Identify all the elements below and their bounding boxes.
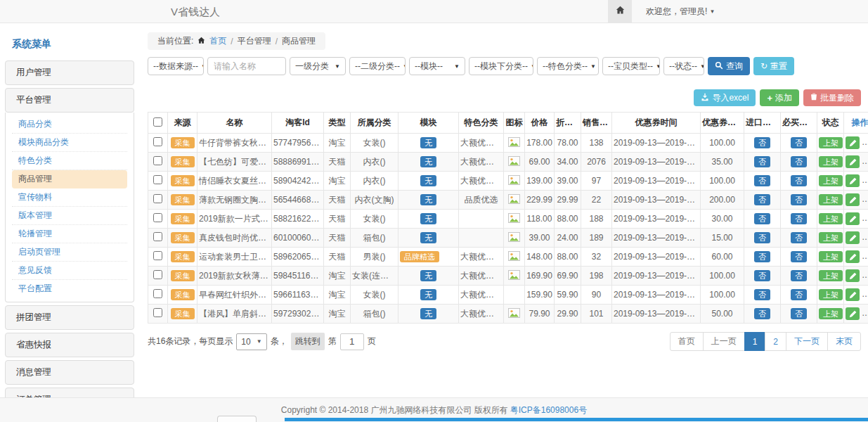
must-buy-toggle[interactable]: 否	[791, 289, 807, 300]
must-buy-toggle[interactable]: 否	[791, 308, 807, 319]
sidebar-group-省惠快报[interactable]: 省惠快报	[5, 333, 134, 357]
reset-button[interactable]: ↻ 重置	[753, 57, 794, 75]
sidebar-item-商品管理[interactable]: 商品管理	[12, 170, 127, 188]
page-button-下一页[interactable]: 下一页	[786, 332, 828, 351]
row-checkbox[interactable]	[153, 213, 162, 222]
must-buy-toggle[interactable]: 否	[791, 232, 807, 243]
row-checkbox[interactable]	[153, 175, 162, 184]
status-toggle[interactable]: 上架	[819, 156, 843, 167]
select-all-checkbox[interactable]	[153, 117, 162, 127]
must-buy-toggle[interactable]: 否	[791, 213, 807, 224]
import-pick-toggle[interactable]: 否	[754, 213, 770, 224]
import-pick-toggle[interactable]: 否	[754, 308, 770, 319]
module-badge[interactable]: 无	[420, 308, 436, 319]
product-image-icon[interactable]	[508, 196, 520, 206]
import-pick-toggle[interactable]: 否	[754, 194, 770, 205]
sidebar-item-宣传物料[interactable]: 宣传物料	[12, 188, 127, 207]
edit-button[interactable]	[846, 155, 860, 168]
product-image-icon[interactable]	[508, 177, 520, 187]
edit-button[interactable]	[846, 231, 860, 244]
edit-button[interactable]	[846, 174, 860, 187]
must-buy-toggle[interactable]: 否	[791, 194, 807, 205]
status-toggle[interactable]: 上架	[819, 137, 843, 148]
status-toggle[interactable]: 上架	[819, 194, 843, 205]
add-button[interactable]: + 添加	[760, 89, 799, 106]
row-checkbox[interactable]	[153, 289, 162, 298]
home-button[interactable]	[608, 0, 632, 23]
module-badge[interactable]: 无	[420, 213, 436, 224]
search-button[interactable]: 查询	[708, 57, 750, 75]
page-button-末页[interactable]: 末页	[827, 332, 861, 351]
status-toggle[interactable]: 上架	[819, 232, 843, 243]
row-checkbox[interactable]	[153, 270, 162, 279]
edit-button[interactable]	[846, 193, 860, 206]
user-menu[interactable]: 欢迎您，管理员! ▾	[646, 6, 714, 18]
module-badge[interactable]: 无	[420, 289, 436, 300]
status-toggle[interactable]: 上架	[819, 251, 843, 262]
filter-select[interactable]: --状态--▼	[663, 57, 704, 75]
icp-link[interactable]: 粤ICP备16098006号	[510, 404, 587, 416]
product-image-icon[interactable]	[508, 158, 520, 168]
sidebar-group-消息管理[interactable]: 消息管理	[5, 360, 134, 385]
import-pick-toggle[interactable]: 否	[754, 137, 770, 148]
must-buy-toggle[interactable]: 否	[791, 156, 807, 167]
row-checkbox[interactable]	[153, 232, 162, 241]
module-badge[interactable]: 品牌精选	[400, 251, 439, 262]
sidebar-item-模块商品分类[interactable]: 模块商品分类	[12, 134, 127, 152]
filter-select[interactable]: --模块--▼	[409, 57, 465, 75]
import-pick-toggle[interactable]: 否	[754, 156, 770, 167]
module-badge[interactable]: 无	[420, 270, 436, 281]
filter-select[interactable]: --二级分类--▼	[349, 57, 406, 75]
status-toggle[interactable]: 上架	[819, 213, 843, 224]
row-checkbox[interactable]	[153, 251, 162, 260]
product-image-icon[interactable]	[508, 272, 520, 282]
product-image-icon[interactable]	[508, 310, 520, 320]
sidebar-item-特色分类[interactable]: 特色分类	[12, 152, 127, 170]
filter-select[interactable]: --数据来源--▼	[148, 57, 204, 75]
product-image-icon[interactable]	[508, 234, 520, 244]
edit-button[interactable]	[846, 212, 860, 225]
sidebar-group-平台管理[interactable]: 平台管理	[5, 88, 134, 113]
must-buy-toggle[interactable]: 否	[791, 270, 807, 281]
edit-button[interactable]	[846, 250, 860, 263]
status-toggle[interactable]: 上架	[819, 308, 843, 319]
breadcrumb-home-link[interactable]: 首页	[209, 35, 226, 47]
page-button-首页[interactable]: 首页	[670, 332, 704, 351]
jump-page-input[interactable]	[340, 333, 364, 350]
row-checkbox[interactable]	[153, 308, 162, 317]
filter-select[interactable]: --宝贝类型--▼	[602, 57, 660, 75]
name-search-input[interactable]	[207, 57, 286, 75]
import-pick-toggle[interactable]: 否	[754, 232, 770, 243]
sidebar-item-版本管理[interactable]: 版本管理	[12, 207, 127, 225]
row-checkbox[interactable]	[153, 194, 162, 203]
filter-select[interactable]: 一级分类▼	[290, 57, 346, 75]
filter-select[interactable]: --特色分类--▼	[537, 57, 599, 75]
per-page-select[interactable]: 10 ▼	[236, 333, 266, 350]
must-buy-toggle[interactable]: 否	[791, 137, 807, 148]
sidebar-item-轮播管理[interactable]: 轮播管理	[12, 225, 127, 243]
row-checkbox[interactable]	[153, 156, 162, 165]
edit-button[interactable]	[846, 307, 860, 320]
sidebar-item-启动页管理[interactable]: 启动页管理	[12, 243, 127, 262]
import-pick-toggle[interactable]: 否	[754, 289, 770, 300]
batch-delete-button[interactable]: 批量删除	[803, 89, 861, 106]
module-badge[interactable]: 无	[420, 194, 436, 205]
filter-select[interactable]: --模块下分类--▼	[469, 57, 533, 75]
jump-button[interactable]: 跳转到	[291, 333, 325, 350]
status-toggle[interactable]: 上架	[819, 270, 843, 281]
sidebar-item-平台配置[interactable]: 平台配置	[12, 280, 127, 298]
sidebar-group-拼团管理[interactable]: 拼团管理	[5, 305, 134, 330]
module-badge[interactable]: 无	[420, 156, 436, 167]
page-button-1[interactable]: 1	[744, 332, 766, 351]
edit-button[interactable]	[846, 269, 860, 282]
module-badge[interactable]: 无	[420, 175, 436, 186]
import-pick-toggle[interactable]: 否	[754, 175, 770, 186]
page-button-2[interactable]: 2	[765, 332, 786, 351]
must-buy-toggle[interactable]: 否	[791, 251, 807, 262]
module-badge[interactable]: 无	[420, 232, 436, 243]
sidebar-item-意见反馈[interactable]: 意见反馈	[12, 262, 127, 280]
product-image-icon[interactable]	[508, 139, 520, 149]
status-toggle[interactable]: 上架	[819, 175, 843, 186]
product-image-icon[interactable]	[508, 215, 520, 225]
sidebar-group-用户管理[interactable]: 用户管理	[5, 60, 134, 85]
